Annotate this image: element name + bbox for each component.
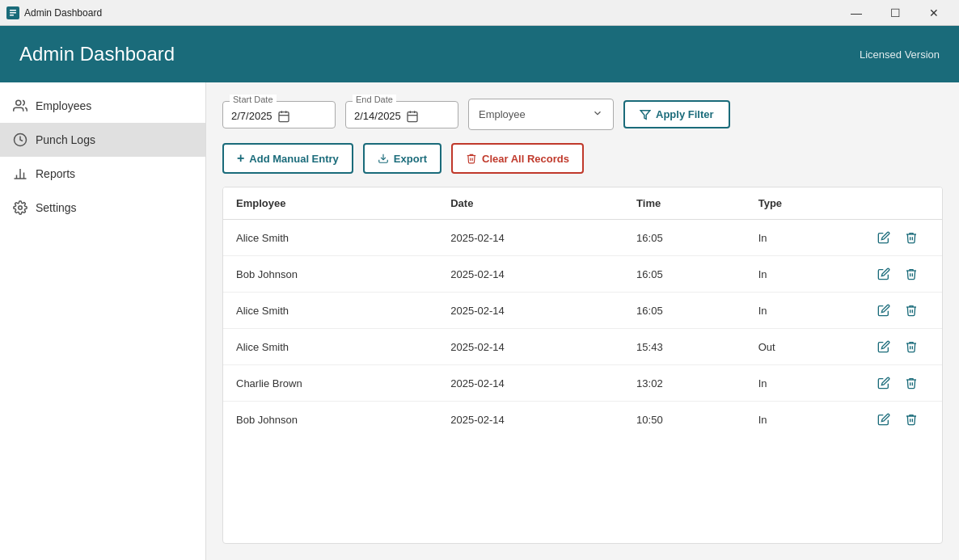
sidebar-settings-label: Settings [36, 201, 77, 214]
cell-employee: Alice Smith [223, 220, 437, 256]
svg-rect-11 [279, 112, 289, 121]
start-date-field[interactable]: Start Date 2/7/2025 [222, 101, 336, 128]
edit-button[interactable] [874, 228, 894, 247]
table-row: Bob Johnson2025-02-1416:05In [223, 256, 942, 293]
action-icons [874, 373, 929, 393]
table-header: Employee Date Time Type [223, 187, 942, 220]
action-icons [874, 301, 929, 320]
employee-select-value: Employee [479, 108, 526, 120]
table-row: Alice Smith2025-02-1416:05In [223, 293, 942, 329]
trash-icon [905, 304, 918, 317]
cell-type: In [746, 293, 861, 329]
svg-rect-15 [408, 112, 417, 121]
cell-time: 15:43 [623, 329, 746, 365]
title-bar-controls: — ☐ ✕ [838, 0, 953, 26]
cell-employee: Bob Johnson [223, 402, 437, 438]
trash-icon [905, 231, 918, 244]
delete-button[interactable] [902, 264, 921, 284]
delete-button[interactable] [902, 337, 921, 356]
edit-button[interactable] [874, 337, 894, 356]
edit-button[interactable] [874, 410, 894, 429]
pencil-icon [877, 340, 890, 353]
cell-employee: Bob Johnson [223, 256, 437, 293]
delete-button[interactable] [902, 301, 921, 320]
add-manual-entry-button[interactable]: + Add Manual Entry [222, 143, 353, 174]
col-type: Type [746, 187, 861, 220]
cell-date: 2025-02-14 [437, 220, 623, 256]
table-scroll[interactable]: Employee Date Time Type Alice Smith2025-… [223, 187, 942, 543]
filter-icon [640, 109, 651, 120]
cell-actions [861, 402, 942, 438]
cell-date: 2025-02-14 [437, 293, 623, 329]
calendar-icon-end[interactable] [406, 110, 419, 123]
clock-icon [13, 133, 27, 147]
delete-button[interactable] [902, 373, 921, 393]
cell-time: 16:05 [623, 293, 746, 329]
cell-actions [861, 256, 942, 293]
sidebar: Employees Punch Logs Reports [0, 82, 206, 560]
pencil-icon [877, 267, 890, 280]
app-body: Employees Punch Logs Reports [0, 82, 959, 560]
edit-button[interactable] [874, 373, 894, 393]
cell-actions [861, 329, 942, 365]
svg-marker-19 [640, 110, 650, 119]
license-label: Licensed Version [860, 48, 940, 61]
sidebar-item-settings[interactable]: Settings [0, 191, 205, 225]
add-label: Add Manual Entry [249, 153, 339, 165]
sidebar-item-employees[interactable]: Employees [0, 89, 205, 123]
app-title: Admin Dashboard [19, 43, 175, 65]
cell-date: 2025-02-14 [437, 365, 623, 402]
title-bar-left: Admin Dashboard [6, 6, 102, 19]
svg-rect-2 [10, 12, 16, 14]
punch-log-table: Employee Date Time Type Alice Smith2025-… [223, 187, 942, 437]
action-icons [874, 337, 929, 356]
export-icon [378, 153, 389, 164]
minimize-button[interactable]: — [838, 0, 875, 26]
sidebar-reports-label: Reports [36, 167, 75, 180]
export-button[interactable]: Export [363, 143, 441, 174]
pencil-icon [877, 413, 890, 426]
cell-time: 16:05 [623, 256, 746, 293]
action-icons [874, 228, 929, 247]
edit-button[interactable] [874, 301, 894, 320]
clear-records-button[interactable]: Clear All Records [451, 143, 584, 174]
end-date-field[interactable]: End Date 2/14/2025 [345, 101, 458, 128]
end-date-label: End Date [353, 95, 396, 104]
cell-employee: Alice Smith [223, 293, 437, 329]
start-date-value: 2/7/2025 [231, 110, 272, 122]
cell-time: 13:02 [623, 365, 746, 402]
cell-date: 2025-02-14 [437, 402, 623, 438]
cell-actions [861, 365, 942, 402]
app-header: Admin Dashboard Licensed Version [0, 26, 959, 82]
sidebar-item-punchlogs[interactable]: Punch Logs [0, 123, 205, 157]
delete-button[interactable] [902, 410, 921, 429]
cell-date: 2025-02-14 [437, 329, 623, 365]
cell-type: In [746, 220, 861, 256]
delete-button[interactable] [902, 228, 921, 247]
cell-time: 16:05 [623, 220, 746, 256]
svg-rect-1 [10, 10, 16, 11]
employee-select[interactable]: Employee [468, 99, 614, 130]
app-icon [6, 6, 19, 19]
col-actions [861, 187, 942, 220]
trash-icon [905, 413, 918, 426]
end-date-value: 2/14/2025 [354, 110, 401, 122]
close-button[interactable]: ✕ [915, 0, 953, 26]
clear-label: Clear All Records [482, 153, 569, 165]
start-date-label: Start Date [230, 95, 277, 104]
svg-point-10 [19, 206, 23, 210]
svg-rect-3 [10, 15, 14, 16]
trash-icon [905, 267, 918, 280]
plus-icon: + [237, 151, 244, 166]
trash-icon-clear [466, 153, 477, 164]
cell-type: Out [746, 329, 861, 365]
maximize-button[interactable]: ☐ [877, 0, 914, 26]
edit-button[interactable] [874, 264, 894, 284]
calendar-icon-start[interactable] [277, 110, 290, 123]
action-icons [874, 410, 929, 429]
svg-point-4 [16, 100, 21, 105]
col-time: Time [623, 187, 746, 220]
filters-row: Start Date 2/7/2025 End Date 2/14/2025 [222, 99, 943, 130]
sidebar-item-reports[interactable]: Reports [0, 157, 205, 191]
apply-filter-button[interactable]: Apply Filter [623, 100, 730, 128]
